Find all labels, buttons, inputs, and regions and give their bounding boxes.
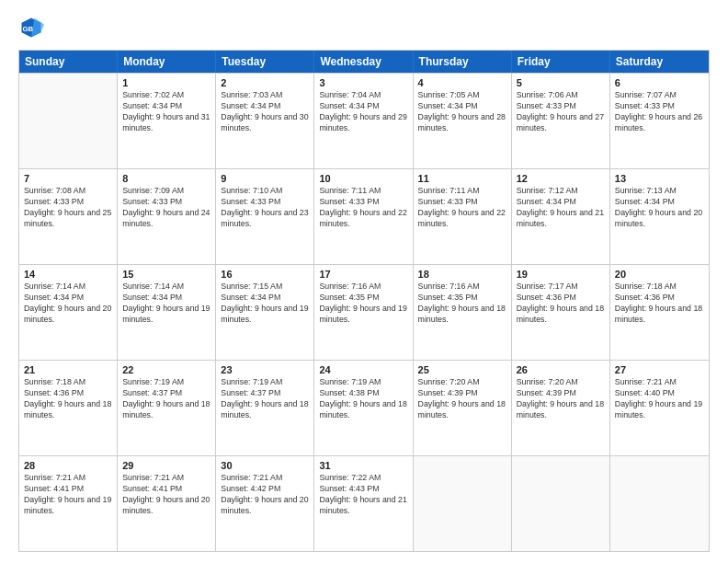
day-cell-20: 20Sunrise: 7:18 AMSunset: 4:36 PMDayligh… [610, 265, 709, 360]
day-cell-16: 16Sunrise: 7:15 AMSunset: 4:34 PMDayligh… [216, 265, 314, 360]
day-number: 1 [122, 77, 210, 88]
day-number: 21 [24, 364, 112, 375]
day-number: 28 [24, 460, 112, 471]
day-cell-25: 25Sunrise: 7:20 AMSunset: 4:39 PMDayligh… [414, 361, 512, 455]
day-cell-9: 9Sunrise: 7:10 AMSunset: 4:33 PMDaylight… [216, 169, 314, 264]
day-number: 23 [221, 364, 309, 375]
day-cell-22: 22Sunrise: 7:19 AMSunset: 4:37 PMDayligh… [118, 361, 216, 455]
day-number: 8 [122, 173, 210, 184]
day-number: 14 [24, 269, 112, 280]
day-number: 30 [221, 460, 309, 471]
day-info: Sunrise: 7:17 AMSunset: 4:36 PMDaylight:… [517, 282, 605, 326]
day-info: Sunrise: 7:11 AMSunset: 4:33 PMDaylight:… [319, 186, 407, 230]
day-info: Sunrise: 7:08 AMSunset: 4:33 PMDaylight:… [24, 186, 112, 230]
day-cell-11: 11Sunrise: 7:11 AMSunset: 4:33 PMDayligh… [414, 169, 512, 264]
day-number: 6 [615, 77, 704, 88]
week-row-1: 1Sunrise: 7:02 AMSunset: 4:34 PMDaylight… [19, 73, 709, 168]
day-cell-empty-4-5 [512, 456, 610, 551]
day-info: Sunrise: 7:21 AMSunset: 4:41 PMDaylight:… [24, 473, 112, 517]
day-cell-7: 7Sunrise: 7:08 AMSunset: 4:33 PMDaylight… [19, 169, 118, 264]
day-cell-15: 15Sunrise: 7:14 AMSunset: 4:34 PMDayligh… [118, 265, 216, 360]
day-number: 29 [122, 460, 210, 471]
day-cell-empty-4-6 [610, 456, 709, 551]
week-row-4: 21Sunrise: 7:18 AMSunset: 4:36 PMDayligh… [19, 360, 709, 455]
day-cell-27: 27Sunrise: 7:21 AMSunset: 4:40 PMDayligh… [610, 361, 709, 455]
calendar-header-row: SundayMondayTuesdayWednesdayThursdayFrid… [19, 51, 709, 73]
day-info: Sunrise: 7:02 AMSunset: 4:34 PMDaylight:… [122, 90, 210, 134]
svg-text:GB: GB [22, 25, 33, 33]
calendar-body: 1Sunrise: 7:02 AMSunset: 4:34 PMDaylight… [19, 73, 709, 551]
day-cell-14: 14Sunrise: 7:14 AMSunset: 4:34 PMDayligh… [19, 265, 118, 360]
day-info: Sunrise: 7:18 AMSunset: 4:36 PMDaylight:… [24, 377, 112, 421]
day-cell-21: 21Sunrise: 7:18 AMSunset: 4:36 PMDayligh… [19, 361, 118, 455]
week-row-5: 28Sunrise: 7:21 AMSunset: 4:41 PMDayligh… [19, 455, 709, 551]
day-cell-empty-0-0 [19, 74, 118, 168]
day-info: Sunrise: 7:14 AMSunset: 4:34 PMDaylight:… [122, 282, 210, 326]
logo: GB [18, 15, 48, 40]
day-info: Sunrise: 7:21 AMSunset: 4:42 PMDaylight:… [221, 473, 309, 517]
day-number: 12 [517, 173, 605, 184]
day-info: Sunrise: 7:16 AMSunset: 4:35 PMDaylight:… [319, 282, 407, 326]
day-cell-5: 5Sunrise: 7:06 AMSunset: 4:33 PMDaylight… [512, 74, 610, 168]
header-day-sunday: Sunday [19, 51, 118, 73]
day-cell-1: 1Sunrise: 7:02 AMSunset: 4:34 PMDaylight… [118, 74, 216, 168]
day-cell-empty-4-4 [414, 456, 512, 551]
day-cell-28: 28Sunrise: 7:21 AMSunset: 4:41 PMDayligh… [19, 456, 118, 551]
day-info: Sunrise: 7:12 AMSunset: 4:34 PMDaylight:… [517, 186, 605, 230]
day-cell-10: 10Sunrise: 7:11 AMSunset: 4:33 PMDayligh… [314, 169, 413, 264]
day-number: 16 [221, 269, 309, 280]
day-number: 25 [418, 364, 506, 375]
day-cell-3: 3Sunrise: 7:04 AMSunset: 4:34 PMDaylight… [314, 74, 413, 168]
header-day-wednesday: Wednesday [314, 51, 413, 73]
day-cell-17: 17Sunrise: 7:16 AMSunset: 4:35 PMDayligh… [314, 265, 413, 360]
day-number: 13 [615, 173, 704, 184]
calendar: SundayMondayTuesdayWednesdayThursdayFrid… [18, 50, 710, 552]
day-info: Sunrise: 7:19 AMSunset: 4:37 PMDaylight:… [221, 377, 309, 421]
day-number: 11 [418, 173, 506, 184]
day-info: Sunrise: 7:06 AMSunset: 4:33 PMDaylight:… [517, 90, 605, 134]
day-number: 9 [221, 173, 309, 184]
day-cell-30: 30Sunrise: 7:21 AMSunset: 4:42 PMDayligh… [216, 456, 314, 551]
day-cell-18: 18Sunrise: 7:16 AMSunset: 4:35 PMDayligh… [414, 265, 512, 360]
day-number: 17 [319, 269, 407, 280]
day-number: 20 [615, 269, 704, 280]
day-number: 19 [517, 269, 605, 280]
day-info: Sunrise: 7:10 AMSunset: 4:33 PMDaylight:… [221, 186, 309, 230]
header: GB [18, 15, 710, 40]
day-cell-13: 13Sunrise: 7:13 AMSunset: 4:34 PMDayligh… [610, 169, 709, 264]
day-info: Sunrise: 7:07 AMSunset: 4:33 PMDaylight:… [615, 90, 704, 134]
day-number: 3 [319, 77, 407, 88]
day-number: 26 [517, 364, 605, 375]
day-info: Sunrise: 7:03 AMSunset: 4:34 PMDaylight:… [221, 90, 309, 134]
day-number: 7 [24, 173, 112, 184]
day-cell-23: 23Sunrise: 7:19 AMSunset: 4:37 PMDayligh… [216, 361, 314, 455]
day-info: Sunrise: 7:19 AMSunset: 4:37 PMDaylight:… [122, 377, 210, 421]
header-day-thursday: Thursday [414, 51, 512, 73]
day-info: Sunrise: 7:05 AMSunset: 4:34 PMDaylight:… [418, 90, 506, 134]
week-row-2: 7Sunrise: 7:08 AMSunset: 4:33 PMDaylight… [19, 168, 709, 264]
day-info: Sunrise: 7:19 AMSunset: 4:38 PMDaylight:… [319, 377, 407, 421]
day-cell-24: 24Sunrise: 7:19 AMSunset: 4:38 PMDayligh… [314, 361, 413, 455]
page: GB SundayMondayTuesdayWednesdayThursdayF… [0, 0, 728, 563]
day-info: Sunrise: 7:09 AMSunset: 4:33 PMDaylight:… [122, 186, 210, 230]
day-info: Sunrise: 7:21 AMSunset: 4:40 PMDaylight:… [615, 377, 704, 421]
header-day-tuesday: Tuesday [216, 51, 314, 73]
day-number: 22 [122, 364, 210, 375]
day-cell-6: 6Sunrise: 7:07 AMSunset: 4:33 PMDaylight… [610, 74, 709, 168]
day-info: Sunrise: 7:14 AMSunset: 4:34 PMDaylight:… [24, 282, 112, 326]
day-cell-12: 12Sunrise: 7:12 AMSunset: 4:34 PMDayligh… [512, 169, 610, 264]
day-info: Sunrise: 7:20 AMSunset: 4:39 PMDaylight:… [517, 377, 605, 421]
day-number: 5 [517, 77, 605, 88]
header-day-monday: Monday [118, 51, 216, 73]
header-day-saturday: Saturday [610, 51, 709, 73]
logo-icon: GB [18, 15, 44, 40]
week-row-3: 14Sunrise: 7:14 AMSunset: 4:34 PMDayligh… [19, 264, 709, 360]
day-number: 31 [319, 460, 407, 471]
day-number: 4 [418, 77, 506, 88]
day-info: Sunrise: 7:21 AMSunset: 4:41 PMDaylight:… [122, 473, 210, 517]
day-number: 2 [221, 77, 309, 88]
day-info: Sunrise: 7:15 AMSunset: 4:34 PMDaylight:… [221, 282, 309, 326]
day-cell-29: 29Sunrise: 7:21 AMSunset: 4:41 PMDayligh… [118, 456, 216, 551]
day-number: 15 [122, 269, 210, 280]
day-number: 24 [319, 364, 407, 375]
